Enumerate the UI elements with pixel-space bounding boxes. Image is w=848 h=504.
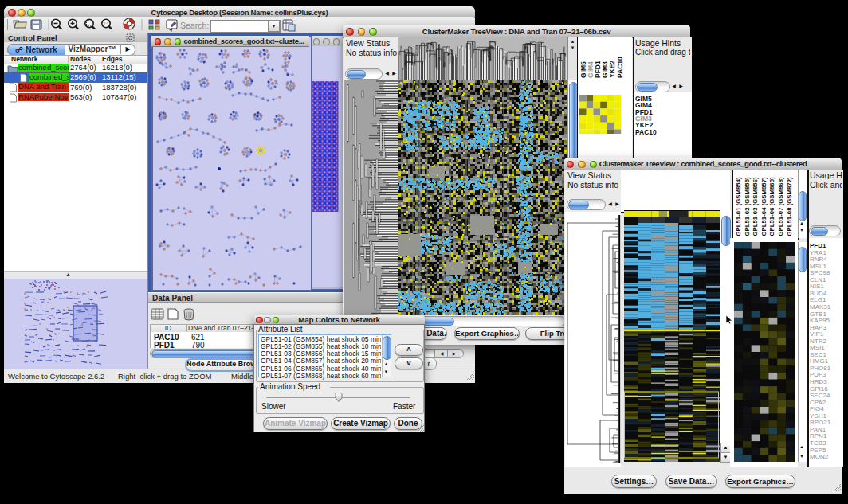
svg-text:1:1: 1:1	[103, 21, 109, 26]
